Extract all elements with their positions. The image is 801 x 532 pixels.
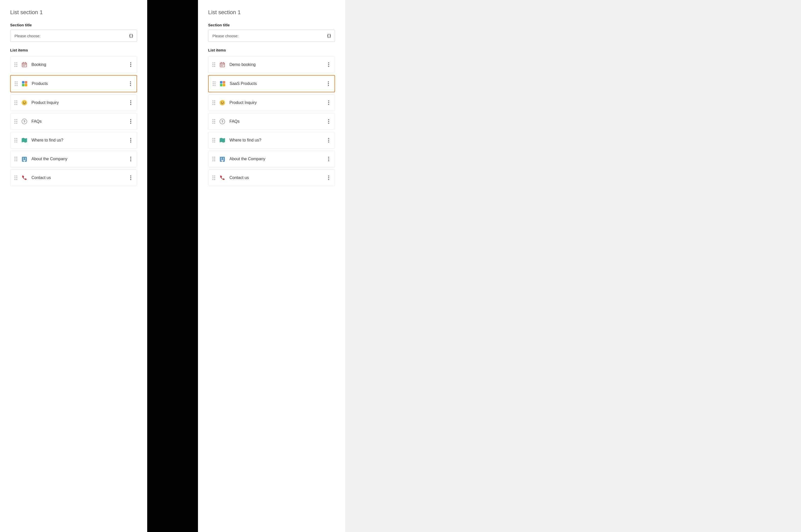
svg-rect-5 <box>24 65 25 65</box>
svg-rect-2 <box>23 62 24 63</box>
list-item-product-inquiry[interactable]: Product Inquiry <box>10 94 137 111</box>
left-panel: List section 1 Section title Please choo… <box>0 0 147 532</box>
drag-handle-icon[interactable] <box>15 62 17 67</box>
list-item-where-to-find[interactable]: Where to find us? <box>208 132 335 149</box>
right-list-items-label: List items <box>208 48 335 52</box>
svg-point-14 <box>23 102 24 103</box>
list-item-faqs[interactable]: ? FAQs <box>10 113 137 130</box>
item-icon-calendar <box>219 61 226 68</box>
svg-rect-4 <box>23 65 24 65</box>
more-options-button[interactable] <box>326 80 330 87</box>
list-item-booking[interactable]: Booking <box>10 56 137 73</box>
item-label: FAQs <box>32 119 125 124</box>
drag-handle-icon[interactable] <box>15 100 17 105</box>
more-options-button[interactable] <box>327 174 331 181</box>
left-curly-brace-icon: { } <box>129 34 133 38</box>
svg-rect-12 <box>25 84 27 86</box>
list-item-products[interactable]: Products <box>10 75 137 92</box>
svg-point-13 <box>22 100 27 105</box>
more-options-button[interactable] <box>129 118 133 125</box>
list-item-where-to-find[interactable]: Where to find us? <box>10 132 137 149</box>
drag-handle-icon[interactable] <box>15 138 17 142</box>
drag-handle-icon[interactable] <box>213 157 215 161</box>
drag-handle-icon[interactable] <box>213 62 215 67</box>
svg-rect-24 <box>23 159 24 160</box>
svg-rect-10 <box>25 81 27 83</box>
item-label: Contact us <box>32 175 125 180</box>
more-options-button[interactable] <box>129 99 133 106</box>
svg-rect-37 <box>223 81 225 83</box>
list-item-demo-booking[interactable]: Demo booking <box>208 56 335 73</box>
item-icon-calendar <box>21 61 28 68</box>
right-panel: List section 1 Section title Please choo… <box>198 0 345 532</box>
item-label: FAQs <box>230 119 323 124</box>
svg-rect-49 <box>221 158 222 159</box>
more-options-button[interactable] <box>129 156 133 162</box>
left-panel-title: List section 1 <box>10 9 137 16</box>
list-item-contact-us[interactable]: Contact us <box>10 169 137 186</box>
drag-handle-icon[interactable] <box>15 175 17 180</box>
list-item-about-company[interactable]: About the Company <box>208 151 335 167</box>
drag-handle-icon[interactable] <box>213 81 216 86</box>
drag-handle-icon[interactable] <box>213 138 215 142</box>
item-label: Products <box>32 81 125 86</box>
more-options-button[interactable] <box>128 80 132 87</box>
more-options-button[interactable] <box>327 118 331 125</box>
list-item-saas-products[interactable]: SaaS Products <box>208 75 335 92</box>
right-section-title-placeholder: Please choose: <box>213 34 239 38</box>
item-icon-question: ? <box>21 118 28 125</box>
more-options-button[interactable] <box>327 99 331 106</box>
svg-marker-18 <box>22 138 27 142</box>
svg-rect-29 <box>221 62 222 63</box>
item-label: SaaS Products <box>230 81 323 86</box>
svg-rect-9 <box>22 81 24 83</box>
more-options-button[interactable] <box>129 137 133 144</box>
drag-handle-icon[interactable] <box>213 175 215 180</box>
more-options-button[interactable] <box>327 156 331 162</box>
drag-handle-icon[interactable] <box>15 81 18 86</box>
svg-rect-23 <box>25 158 26 159</box>
item-label: Contact us <box>230 175 323 180</box>
left-section-title-input[interactable]: Please choose: { } <box>10 30 137 42</box>
svg-rect-51 <box>221 159 222 160</box>
black-divider <box>147 0 198 532</box>
more-options-button[interactable] <box>327 137 331 144</box>
svg-rect-31 <box>221 65 222 65</box>
svg-rect-11 <box>22 84 24 86</box>
list-item-faqs[interactable]: ? FAQs <box>208 113 335 130</box>
item-icon-building <box>219 155 226 163</box>
item-label: Demo booking <box>230 62 323 67</box>
more-options-button[interactable] <box>129 174 133 181</box>
list-item-about-company[interactable]: About the Company <box>10 151 137 167</box>
item-label: About the Company <box>230 157 323 161</box>
item-icon-map <box>21 137 28 144</box>
item-label: Product Inquiry <box>32 100 125 105</box>
svg-rect-50 <box>223 158 224 159</box>
left-section-title-label: Section title <box>10 23 137 27</box>
svg-rect-30 <box>223 62 224 63</box>
item-icon-grid <box>21 80 28 87</box>
list-item-contact-us[interactable]: Contact us <box>208 169 335 186</box>
svg-marker-45 <box>220 138 225 142</box>
item-icon-map <box>219 137 226 144</box>
item-label: Booking <box>32 62 125 67</box>
svg-point-40 <box>220 100 225 105</box>
list-item-product-inquiry[interactable]: Product Inquiry <box>208 94 335 111</box>
svg-rect-33 <box>223 65 224 65</box>
item-label: About the Company <box>32 157 125 161</box>
more-options-button[interactable] <box>327 61 331 68</box>
svg-rect-36 <box>220 81 222 83</box>
right-section-title-input[interactable]: Please choose: { } <box>208 30 335 42</box>
drag-handle-icon[interactable] <box>15 119 17 124</box>
more-options-button[interactable] <box>129 61 133 68</box>
svg-point-15 <box>25 102 25 103</box>
svg-rect-53 <box>222 160 223 162</box>
right-list: Demo booking SaaS Products Product Inqui… <box>208 56 335 186</box>
drag-handle-icon[interactable] <box>213 119 215 124</box>
svg-text:?: ? <box>221 120 223 124</box>
left-list-items-label: List items <box>10 48 137 52</box>
drag-handle-icon[interactable] <box>213 100 215 105</box>
drag-handle-icon[interactable] <box>15 157 17 161</box>
item-label: Where to find us? <box>230 138 323 142</box>
item-icon-phone <box>21 174 28 181</box>
